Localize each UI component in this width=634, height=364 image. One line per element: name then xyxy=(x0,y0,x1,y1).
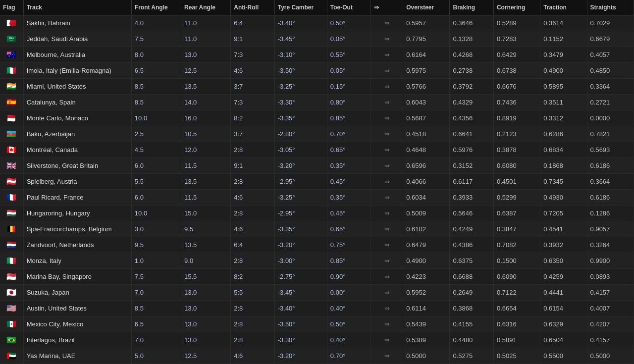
flag-cell: 🇨🇦 xyxy=(0,142,23,158)
toe-cell: 0.85° xyxy=(327,253,370,269)
straights-cell: 0.9900 xyxy=(587,253,634,269)
front-angle-cell: 10.0 xyxy=(131,206,181,221)
toe-cell: 0.35° xyxy=(327,158,370,174)
col-rear-angle[interactable]: Rear Angle xyxy=(181,0,231,15)
anti-roll-cell: 2:8 xyxy=(231,142,274,158)
traction-cell: 0.6834 xyxy=(540,142,587,158)
cornering-cell: 0.2123 xyxy=(493,126,540,142)
rear-angle-cell: 13.0 xyxy=(181,47,231,63)
rear-angle-cell: 11.5 xyxy=(181,190,231,206)
toe-cell: 0.80° xyxy=(327,95,370,110)
arrow-cell: ⇒ xyxy=(371,79,403,95)
toe-cell: 0.40° xyxy=(327,332,370,348)
traction-cell: 0.4441 xyxy=(540,285,587,301)
col-front-angle[interactable]: Front Angle xyxy=(131,0,181,15)
straights-cell: 0.4157 xyxy=(587,285,634,301)
front-angle-cell: 5.5 xyxy=(131,174,181,190)
flag-cell: 🇦🇹 xyxy=(0,174,23,190)
oversteer-cell: 0.5009 xyxy=(403,206,450,221)
cornering-cell: 0.6316 xyxy=(493,316,540,332)
cornering-cell: 0.6387 xyxy=(493,206,540,221)
toe-cell: 0.35° xyxy=(327,190,370,206)
braking-cell: 0.4155 xyxy=(450,316,493,332)
rear-angle-cell: 14.0 xyxy=(181,95,231,110)
oversteer-cell: 0.5766 xyxy=(403,79,450,95)
toe-cell: 0.70° xyxy=(327,348,370,364)
front-angle-cell: 8.5 xyxy=(131,301,181,316)
table-row: 🇨🇦Montréal, Canada4.512.02:8-3.05°0.65°⇒… xyxy=(0,142,634,158)
flag-cell: 🇧🇭 xyxy=(0,15,23,31)
oversteer-cell: 0.6164 xyxy=(403,47,450,63)
anti-roll-cell: 3:7 xyxy=(231,126,274,142)
col-traction[interactable]: Traction xyxy=(540,0,587,15)
traction-cell: 0.4259 xyxy=(540,269,587,285)
camber-cell: -3.25° xyxy=(274,190,327,206)
flag-cell: 🇺🇸 xyxy=(0,301,23,316)
flag-cell: 🇸🇦 xyxy=(0,31,23,47)
track-cell: Spielberg, Austria xyxy=(23,174,131,190)
flag-cell: 🇦🇪 xyxy=(0,348,23,364)
col-track[interactable]: Track xyxy=(23,0,131,15)
toe-cell: 0.75° xyxy=(327,237,370,253)
flag-cell: 🇧🇪 xyxy=(0,221,23,237)
braking-cell: 0.5275 xyxy=(450,348,493,364)
col-cornering[interactable]: Cornering xyxy=(493,0,540,15)
front-angle-cell: 8.0 xyxy=(131,47,181,63)
track-cell: Mexico City, Mexico xyxy=(23,316,131,332)
arrow-cell: ⇒ xyxy=(371,221,403,237)
col-tyre-camber[interactable]: Tyre Camber xyxy=(274,0,327,15)
traction-cell: 0.6329 xyxy=(540,316,587,332)
front-angle-cell: 6.0 xyxy=(131,158,181,174)
rear-angle-cell: 9.0 xyxy=(181,253,231,269)
braking-cell: 0.4329 xyxy=(450,95,493,110)
braking-cell: 0.2738 xyxy=(450,63,493,79)
col-straights[interactable]: Straights xyxy=(587,0,634,15)
toe-cell: 0.85° xyxy=(327,110,370,126)
oversteer-cell: 0.4518 xyxy=(403,126,450,142)
anti-roll-cell: 6:4 xyxy=(231,237,274,253)
traction-cell: 0.3511 xyxy=(540,95,587,110)
race-data-table: Flag Track Front Angle Rear Angle Anti-R… xyxy=(0,0,634,364)
anti-roll-cell: 4:6 xyxy=(231,63,274,79)
flag-cell: 🇧🇷 xyxy=(0,332,23,348)
anti-roll-cell: 4:6 xyxy=(231,348,274,364)
front-angle-cell: 7.5 xyxy=(131,31,181,47)
oversteer-cell: 0.5389 xyxy=(403,332,450,348)
toe-cell: 0.15° xyxy=(327,79,370,95)
rear-angle-cell: 16.0 xyxy=(181,110,231,126)
straights-cell: 0.4057 xyxy=(587,47,634,63)
oversteer-cell: 0.5000 xyxy=(403,348,450,364)
toe-cell: 0.45° xyxy=(327,206,370,221)
anti-roll-cell: 2:8 xyxy=(231,316,274,332)
track-cell: Suzuka, Japan xyxy=(23,285,131,301)
front-angle-cell: 6.5 xyxy=(131,63,181,79)
track-cell: Monte Carlo, Monaco xyxy=(23,110,131,126)
straights-cell: 0.6679 xyxy=(587,31,634,47)
table-row: 🇦🇺Melbourne, Australia8.013.07:3-3.10°0.… xyxy=(0,47,634,63)
flag-cell: 🇫🇷 xyxy=(0,190,23,206)
camber-cell: -3.30° xyxy=(274,332,327,348)
oversteer-cell: 0.5957 xyxy=(403,15,450,31)
camber-cell: -3.25° xyxy=(274,79,327,95)
camber-cell: -3.40° xyxy=(274,15,327,31)
col-toe-out[interactable]: Toe-Out xyxy=(327,0,370,15)
col-arrow: ⇒ xyxy=(371,0,403,15)
braking-cell: 0.6688 xyxy=(450,269,493,285)
toe-cell: 0.05° xyxy=(327,63,370,79)
front-angle-cell: 10.0 xyxy=(131,110,181,126)
anti-roll-cell: 9:1 xyxy=(231,158,274,174)
col-anti-roll[interactable]: Anti-Roll xyxy=(231,0,274,15)
camber-cell: -3.45° xyxy=(274,31,327,47)
braking-cell: 0.3646 xyxy=(450,15,493,31)
col-oversteer[interactable]: Oversteer xyxy=(403,0,450,15)
straights-cell: 0.7821 xyxy=(587,126,634,142)
cornering-cell: 0.3847 xyxy=(493,221,540,237)
cornering-cell: 0.7122 xyxy=(493,285,540,301)
braking-cell: 0.4249 xyxy=(450,221,493,237)
col-braking[interactable]: Braking xyxy=(450,0,493,15)
traction-cell: 0.4900 xyxy=(540,63,587,79)
cornering-cell: 0.5289 xyxy=(493,15,540,31)
track-cell: Zandvoort, Netherlands xyxy=(23,237,131,253)
table-row: 🇦🇿Baku, Azerbaijan2.510.53:7-2.80°0.70°⇒… xyxy=(0,126,634,142)
toe-cell: 0.65° xyxy=(327,142,370,158)
